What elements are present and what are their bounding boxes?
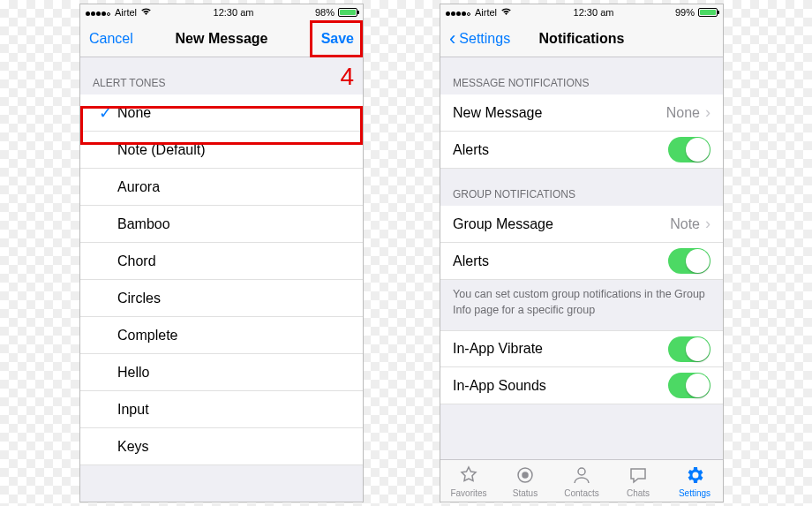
battery-pct-label: 99% (675, 7, 695, 18)
chat-icon (628, 464, 649, 487)
svg-point-2 (578, 468, 585, 475)
signal-dots-icon (86, 7, 111, 18)
gear-icon (684, 464, 705, 487)
cancel-button[interactable]: Cancel (89, 31, 133, 47)
row-label: New Message (453, 105, 666, 121)
back-label: Settings (459, 31, 510, 47)
tab-bar: FavoritesStatusContactsChatsSettings (440, 459, 723, 502)
step-number: 4 (340, 63, 354, 91)
contact-icon (571, 464, 592, 487)
group-message-row[interactable]: Group Message Note › (440, 206, 723, 243)
row-label: Alerts (453, 253, 668, 269)
row-label: In-App Sounds (453, 378, 668, 394)
wifi-icon (500, 7, 512, 18)
tab-chats[interactable]: Chats (610, 460, 666, 502)
nav-bar: Cancel New Message Save (80, 20, 363, 57)
status-bar: Airtel 12:30 am 98% (80, 4, 363, 20)
svg-point-1 (523, 472, 528, 478)
battery-icon (698, 8, 718, 17)
message-notifications-header: MESSAGE NOTIFICATIONS (440, 57, 723, 94)
tab-label: Status (513, 488, 538, 498)
tone-label: Hello (117, 365, 350, 381)
tone-label: Note (Default) (117, 142, 350, 158)
row-value: None (666, 105, 700, 121)
alerts-toggle[interactable] (668, 137, 710, 162)
tone-label: Complete (117, 328, 350, 344)
battery-icon (338, 8, 357, 17)
tab-status[interactable]: Status (497, 460, 553, 502)
alerts-row: Alerts (440, 132, 723, 169)
tone-row[interactable]: Chord (80, 243, 363, 280)
back-button[interactable]: ‹ Settings (449, 29, 510, 49)
status-bar: Airtel 12:30 am 99% (440, 4, 723, 20)
tone-label: None (117, 105, 350, 121)
clock-label: 12:30 am (574, 7, 614, 18)
battery-pct-label: 98% (315, 7, 335, 18)
carrier-label: Airtel (115, 7, 137, 18)
checkmark-icon: ✓ (99, 103, 112, 123)
tab-contacts[interactable]: Contacts (553, 460, 610, 502)
row-label: In-App Vibrate (453, 341, 668, 357)
phone-left: Airtel 12:30 am 98% Cancel New Message S… (79, 4, 364, 502)
wifi-icon (140, 7, 152, 18)
row-label: Group Message (453, 216, 670, 232)
nav-bar: ‹ Settings Notifications (440, 20, 723, 57)
in-app-vibrate-row: In-App Vibrate (440, 330, 723, 367)
tone-label: Chord (117, 253, 350, 269)
tone-row[interactable]: Note (Default) (80, 132, 363, 169)
tone-row[interactable]: Keys (80, 428, 363, 465)
clock-label: 12:30 am (214, 7, 254, 18)
chevron-right-icon: › (705, 103, 710, 122)
signal-dots-icon (446, 7, 471, 18)
tone-label: Input (117, 402, 350, 418)
tone-row[interactable]: Aurora (80, 169, 363, 206)
in-app-vibrate-toggle[interactable] (668, 336, 710, 362)
new-message-row[interactable]: New Message None › (440, 94, 723, 132)
tab-label: Settings (679, 488, 710, 498)
row-value: Note (670, 216, 700, 232)
group-notifications-header: GROUP NOTIFICATIONS (440, 169, 723, 206)
save-button[interactable]: Save (321, 31, 354, 47)
status-icon (515, 464, 536, 487)
tone-row[interactable]: ✓None (80, 94, 363, 132)
phone-right: Airtel 12:30 am 99% ‹ Settings Notificat… (440, 4, 724, 502)
in-app-sounds-toggle[interactable] (668, 373, 710, 398)
tone-label: Keys (117, 439, 350, 455)
row-label: Alerts (453, 142, 668, 158)
tone-label: Circles (117, 291, 350, 306)
tab-favorites[interactable]: Favorites (440, 460, 497, 502)
group-alerts-toggle[interactable] (668, 248, 710, 274)
tone-row[interactable]: Input (80, 391, 363, 428)
in-app-sounds-row: In-App Sounds (440, 367, 723, 404)
tone-row[interactable]: Hello (80, 354, 363, 391)
chevron-left-icon: ‹ (449, 29, 455, 49)
tab-label: Contacts (564, 488, 598, 498)
tab-label: Chats (627, 488, 650, 498)
group-alerts-row: Alerts (440, 243, 723, 280)
tab-settings[interactable]: Settings (666, 460, 723, 502)
group-footer-text: You can set custom group notifications i… (440, 280, 723, 330)
tab-label: Favorites (450, 488, 486, 498)
tone-row[interactable]: Bamboo (80, 206, 363, 243)
tone-label: Bamboo (117, 216, 350, 232)
tone-row[interactable]: Complete (80, 317, 363, 354)
tone-row[interactable]: Circles (80, 280, 363, 317)
tone-label: Aurora (117, 179, 350, 195)
chevron-right-icon: › (705, 215, 710, 233)
carrier-label: Airtel (475, 7, 497, 18)
star-icon (458, 464, 479, 487)
alert-tones-header: ALERT TONES (80, 57, 363, 94)
